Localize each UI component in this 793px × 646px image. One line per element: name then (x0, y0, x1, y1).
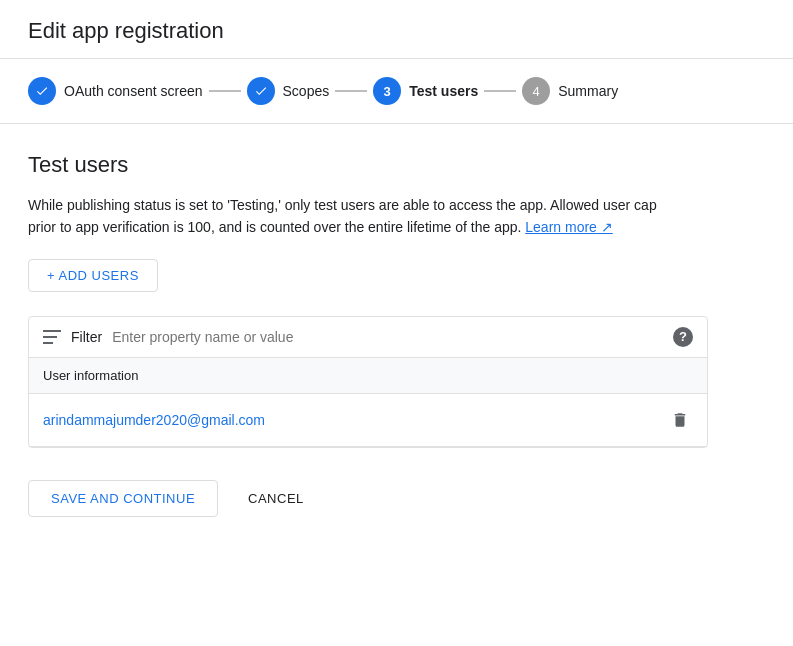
svg-rect-2 (43, 342, 53, 344)
step-4-label: Summary (558, 83, 618, 99)
filter-row: Filter ? (29, 317, 707, 358)
main-content: Test users While publishing status is se… (0, 124, 793, 448)
step-1-label: OAuth consent screen (64, 83, 203, 99)
connector-2-3 (335, 90, 367, 92)
delete-user-button[interactable] (667, 406, 693, 434)
user-email-cell: arindammajumder2020@gmail.com (43, 412, 667, 428)
cancel-button[interactable]: CANCEL (226, 481, 326, 516)
table-row: arindammajumder2020@gmail.com (29, 394, 707, 447)
step-2-circle (247, 77, 275, 105)
step-3-circle: 3 (373, 77, 401, 105)
filter-label: Filter (71, 329, 102, 345)
step-3-label: Test users (409, 83, 478, 99)
connector-1-2 (209, 90, 241, 92)
step-oauth: OAuth consent screen (28, 77, 203, 105)
stepper: OAuth consent screen Scopes 3 Test users… (0, 59, 793, 124)
description-text: While publishing status is set to 'Testi… (28, 194, 668, 239)
section-title: Test users (28, 152, 765, 178)
step-2-label: Scopes (283, 83, 330, 99)
filter-table-section: Filter ? User information arindammajumde… (28, 316, 708, 448)
filter-icon (43, 330, 61, 344)
help-icon[interactable]: ? (673, 327, 693, 347)
add-users-button[interactable]: + ADD USERS (28, 259, 158, 292)
save-continue-button[interactable]: SAVE AND CONTINUE (28, 480, 218, 517)
footer-actions: SAVE AND CONTINUE CANCEL (0, 456, 793, 541)
learn-more-link[interactable]: Learn more ↗ (525, 219, 612, 235)
svg-rect-0 (43, 330, 61, 332)
step-4-circle: 4 (522, 77, 550, 105)
page-header: Edit app registration (0, 0, 793, 59)
step-1-circle (28, 77, 56, 105)
table-header-user-info: User information (43, 368, 653, 383)
step-scopes: Scopes (247, 77, 330, 105)
table-header-row: User information (29, 358, 707, 394)
connector-3-4 (484, 90, 516, 92)
step-summary: 4 Summary (522, 77, 618, 105)
step-test-users: 3 Test users (373, 77, 478, 105)
svg-rect-1 (43, 336, 57, 338)
filter-input[interactable] (112, 329, 663, 345)
page-title: Edit app registration (28, 18, 765, 44)
